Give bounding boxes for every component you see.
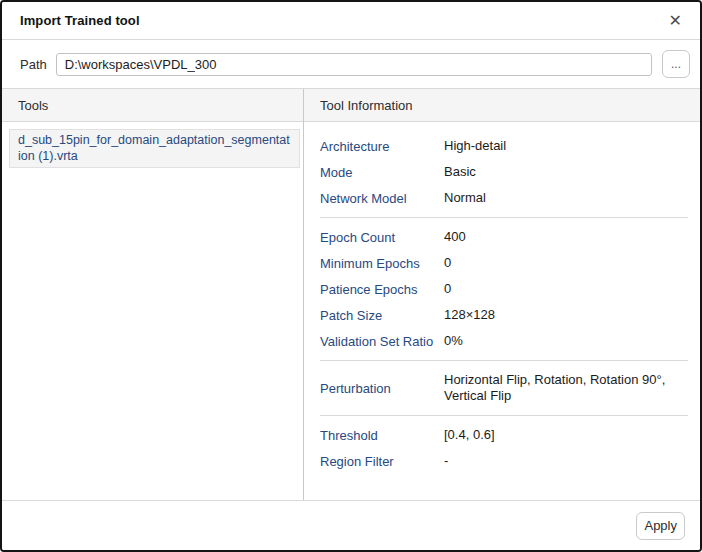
tool-list: d_sub_15pin_for_domain_adaptation_segmen… [2, 122, 303, 500]
tool-information-header: Tool Information [304, 89, 700, 122]
path-row: Path ... [2, 40, 700, 89]
info-label: Patch Size [320, 308, 444, 323]
group-divider [320, 415, 688, 416]
group-divider [320, 217, 688, 218]
info-value: Basic [444, 164, 688, 180]
info-label: Mode [320, 165, 444, 180]
info-group-perturbation: Perturbation Horizontal Flip, Rotation, … [320, 367, 688, 409]
info-value: Normal [444, 190, 688, 206]
info-row: Patch Size 128×128 [320, 302, 688, 328]
import-trained-tool-dialog: Import Trained tool ✕ Path ... Tools d_s… [0, 0, 702, 552]
title-bar: Import Trained tool ✕ [2, 2, 700, 40]
info-label: Epoch Count [320, 230, 444, 245]
info-value: [0.4, 0.6] [444, 427, 688, 443]
info-label: Threshold [320, 428, 444, 443]
info-row: Threshold [0.4, 0.6] [320, 422, 688, 448]
tools-panel: Tools d_sub_15pin_for_domain_adaptation_… [2, 89, 304, 500]
info-value: 0 [444, 281, 688, 297]
group-divider [320, 360, 688, 361]
info-value: High-detail [444, 138, 688, 154]
tools-panel-header: Tools [2, 89, 303, 122]
dialog-title: Import Trained tool [20, 13, 140, 28]
info-row: Epoch Count 400 [320, 224, 688, 250]
info-label: Architecture [320, 139, 444, 154]
info-row: Perturbation Horizontal Flip, Rotation, … [320, 367, 688, 409]
browse-button[interactable]: ... [662, 50, 690, 78]
tool-information-body: Architecture High-detail Mode Basic Netw… [304, 122, 700, 500]
info-row: Network Model Normal [320, 185, 688, 211]
info-label: Perturbation [320, 381, 444, 396]
info-group-epochs: Epoch Count 400 Minimum Epochs 0 Patienc… [320, 224, 688, 354]
info-value: - [444, 453, 688, 469]
tool-list-item-selected[interactable]: d_sub_15pin_for_domain_adaptation_segmen… [9, 129, 300, 168]
info-row: Patience Epochs 0 [320, 276, 688, 302]
info-label: Validation Set Ratio [320, 334, 444, 349]
info-value: 0 [444, 255, 688, 271]
info-label: Patience Epochs [320, 282, 444, 297]
info-group-architecture: Architecture High-detail Mode Basic Netw… [320, 133, 688, 211]
info-group-threshold: Threshold [0.4, 0.6] Region Filter - [320, 422, 688, 474]
apply-button[interactable]: Apply [636, 512, 685, 540]
info-row: Mode Basic [320, 159, 688, 185]
info-value: 400 [444, 229, 688, 245]
info-value: 0% [444, 333, 688, 349]
close-icon[interactable]: ✕ [667, 11, 684, 31]
info-value: Horizontal Flip, Rotation, Rotation 90°,… [444, 372, 688, 404]
path-input[interactable] [56, 53, 652, 76]
info-label: Region Filter [320, 454, 444, 469]
info-row: Validation Set Ratio 0% [320, 328, 688, 354]
tool-information-panel: Tool Information Architecture High-detai… [304, 89, 700, 500]
info-row: Architecture High-detail [320, 133, 688, 159]
footer-bar: Apply [2, 500, 700, 550]
info-label: Network Model [320, 191, 444, 206]
path-label: Path [20, 57, 47, 72]
info-row: Region Filter - [320, 448, 688, 474]
content-panels: Tools d_sub_15pin_for_domain_adaptation_… [2, 89, 700, 500]
info-value: 128×128 [444, 307, 688, 323]
info-row: Minimum Epochs 0 [320, 250, 688, 276]
info-label: Minimum Epochs [320, 256, 444, 271]
